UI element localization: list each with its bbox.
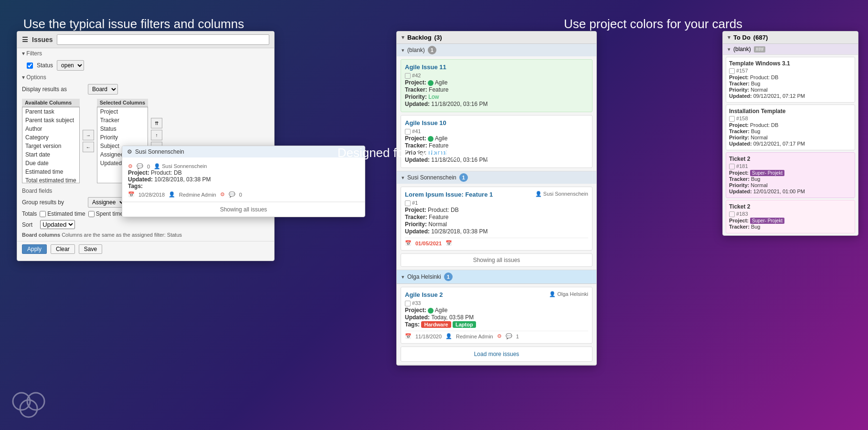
- agile-2-person: Redmine Admin: [456, 334, 493, 339]
- backlog-title: Backlog: [407, 34, 432, 41]
- issues-list-icon: ☰: [22, 36, 28, 43]
- agile-11-priority: Priority: Low: [405, 94, 588, 100]
- template-windows-issue: Template Windows 3.1 #157 Project: Produ…: [726, 57, 855, 103]
- lorem-tracker: Tracker: Feature: [405, 214, 588, 220]
- options-section-header[interactable]: Options: [17, 72, 274, 83]
- move-up-btn[interactable]: ↑: [151, 130, 162, 140]
- svg-point-2: [20, 400, 37, 417]
- estimated-time-check[interactable]: Estimated time: [40, 210, 85, 217]
- lorem-ipsum-issue: 👤 Susi Sonnenschein Lorem Ipsum Issue: F…: [401, 187, 593, 251]
- move-left-btn[interactable]: ←: [83, 142, 94, 152]
- todo-blank-header: ▾ (blank) ###: [723, 44, 858, 55]
- status-select[interactable]: open: [57, 60, 84, 71]
- group-results-select[interactable]: Assignee: [88, 197, 126, 208]
- ml-row-meta-1: ⚙ 💬 0 👤 Susi Sonnenschein: [128, 163, 359, 169]
- t2a-tracker: Tracker: Bug: [729, 176, 852, 182]
- it-project: Project: Product: DB: [729, 122, 852, 128]
- top-label-left: Use the typical issue filters and column…: [0, 17, 267, 31]
- available-column-item[interactable]: Category: [22, 133, 79, 142]
- checkbox-icon-2[interactable]: [405, 129, 411, 135]
- sort-label: Sort: [22, 221, 36, 228]
- column-move-buttons: → ←: [83, 99, 94, 183]
- available-column-item[interactable]: Total estimated time: [22, 176, 79, 183]
- comment-icon: 💬: [137, 163, 143, 169]
- lorem-assigned: 👤 Susi Sonnenschein: [535, 191, 588, 197]
- agile-project-icon-2: [428, 136, 434, 142]
- blank-collapse-icon[interactable]: ▾: [402, 47, 404, 53]
- todo-header: ▾ To Do (687): [723, 31, 858, 44]
- calendar-icon-2: 📅: [405, 240, 412, 246]
- filters-section-header[interactable]: Filters: [17, 48, 274, 59]
- sort-row: Sort Updated: [17, 219, 274, 231]
- agile-2-tags: Tags: Hardware Laptop: [405, 321, 588, 328]
- backlog-susi-group: ▾ Susi Sonnenschein 1 👤 Susi Sonnenschei…: [397, 171, 596, 270]
- apply-button[interactable]: Apply: [22, 244, 47, 254]
- lorem-updated: Updated: 10/28/2018, 03:38 PM: [405, 228, 588, 235]
- backlog-collapse-icon[interactable]: ▾: [402, 34, 404, 41]
- selected-column-item[interactable]: Priority: [97, 133, 148, 142]
- status-checkbox[interactable]: [27, 63, 33, 69]
- agile-2-id: #33: [405, 300, 588, 306]
- checkbox-icon-4[interactable]: [405, 301, 411, 306]
- selected-column-item[interactable]: Tracker: [97, 116, 148, 125]
- available-column-item[interactable]: Due date: [22, 159, 79, 168]
- lorem-project: Project: Product: DB: [405, 207, 588, 213]
- olga-collapse-icon[interactable]: ▾: [402, 274, 404, 280]
- issues-header: ☰ Issues: [17, 31, 274, 48]
- ml-tags-detail: Tags:: [128, 183, 359, 189]
- board-columns-row: Board columns Columns are the same as th…: [17, 231, 274, 239]
- load-more-button[interactable]: Load more issues: [401, 346, 593, 362]
- checkbox-icon-3[interactable]: [405, 200, 411, 206]
- susi-sonnenschein-label: Susi Sonnenschein: [407, 174, 456, 181]
- t2a-project: Project: Super- Projekt: [729, 170, 852, 176]
- sort-select[interactable]: Updated: [40, 220, 75, 229]
- available-columns-list[interactable]: Parent taskParent task subjectAuthorCate…: [22, 107, 80, 183]
- person-icon-3: 👤: [535, 191, 542, 197]
- person-icon: 👤: [154, 163, 160, 169]
- agile-2-comments: 1: [516, 334, 519, 339]
- display-results-select[interactable]: Board: [88, 84, 118, 94]
- agile-10-updated: Updated: 11/18/2020, 03:16 PM: [405, 157, 588, 163]
- spent-time-check[interactable]: Spent time: [88, 210, 123, 217]
- available-column-item[interactable]: Estimated time: [22, 168, 79, 176]
- save-button[interactable]: Save: [79, 244, 102, 254]
- selected-column-item[interactable]: Status: [97, 125, 148, 133]
- it-priority: Priority: Normal: [729, 135, 852, 140]
- status-label: Status: [37, 62, 53, 69]
- todo-title: To Do: [733, 34, 751, 41]
- todo-collapse-icon[interactable]: ▾: [728, 34, 730, 41]
- agile-10-id: #41: [405, 128, 588, 135]
- t2a-updated: Updated: 12/01/2021, 01:00 PM: [729, 189, 852, 194]
- checkbox-icon[interactable]: [405, 73, 411, 79]
- selected-column-item[interactable]: Project: [97, 107, 148, 116]
- available-column-item[interactable]: Parent task subject: [22, 116, 79, 125]
- ml-updated-detail: Updated: 10/28/2018, 03:38 PM: [128, 176, 359, 183]
- available-column-item[interactable]: Target version: [22, 142, 79, 150]
- ticket2-183-issue: Ticket 2 #183 Project: Super- Projekt Tr…: [726, 200, 855, 233]
- move-top-btn[interactable]: ⇈: [151, 118, 162, 128]
- clear-button[interactable]: Clear: [51, 244, 75, 254]
- person-name: Redmine Admin: [179, 192, 216, 198]
- checkbox-icon-6[interactable]: [729, 116, 735, 122]
- susi-group-header: ▾ Susi Sonnenschein 1: [397, 171, 596, 184]
- available-column-item[interactable]: Start date: [22, 150, 79, 159]
- top-label-right: Use project colors for your cards: [438, 17, 868, 31]
- agile-10-tracker: Tracker: Feature: [405, 142, 588, 149]
- checkbox-icon-5[interactable]: [729, 68, 735, 74]
- move-right-btn[interactable]: →: [83, 130, 94, 140]
- agile-2-meta: 📅 11/18/2020 👤 Redmine Admin ⚙ 💬 1: [405, 331, 588, 339]
- available-column-item[interactable]: Parent task: [22, 107, 79, 116]
- calendar-icon-3: 📅: [445, 240, 452, 246]
- available-columns-header: Available Columns: [22, 99, 80, 107]
- checkbox-icon-8[interactable]: [729, 211, 735, 217]
- tw-project: Project: Product: DB: [729, 74, 852, 80]
- todo-blank-collapse[interactable]: ▾: [728, 46, 730, 52]
- checkbox-icon-7[interactable]: [729, 164, 735, 169]
- lorem-date: 01/05/2021: [415, 241, 442, 246]
- susi-collapse-icon[interactable]: ▾: [402, 175, 404, 181]
- issues-search-input[interactable]: [57, 34, 269, 45]
- middle-left-panel: ⚙ Susi Sonnenschein ⚙ 💬 0 👤 Susi Sonnens…: [122, 146, 365, 217]
- template-windows-title: Template Windows 3.1: [729, 60, 852, 67]
- agile-10-title: Agile Issue 10: [405, 119, 588, 126]
- available-column-item[interactable]: Author: [22, 125, 79, 133]
